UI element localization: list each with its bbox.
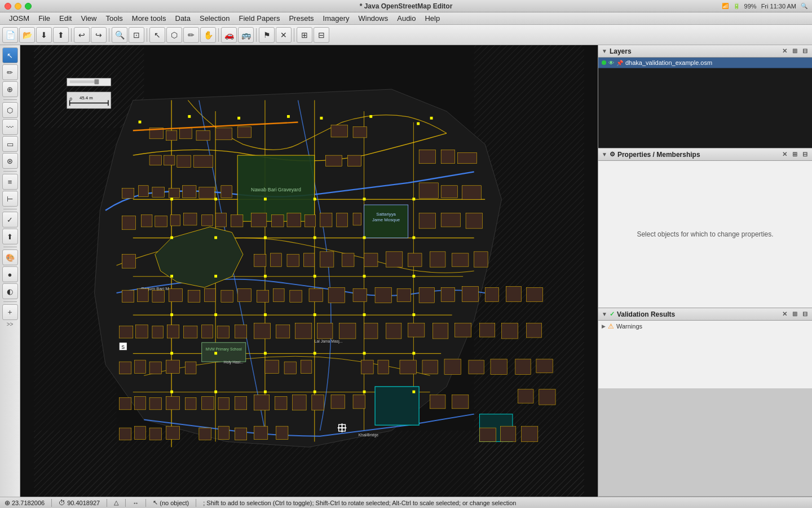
menu-field-papers[interactable]: Field Papers xyxy=(234,13,284,24)
flag1-button[interactable]: ⚑ xyxy=(259,27,275,43)
menu-audio[interactable]: Audio xyxy=(392,13,420,24)
validation-close-icon[interactable]: ✕ xyxy=(780,310,788,318)
properties-detach-icon[interactable]: ⊟ xyxy=(801,151,809,159)
bus-button[interactable]: 🚌 xyxy=(238,27,254,43)
layers-header-icons: ✕ ⊞ ⊟ xyxy=(780,47,809,55)
redo-button[interactable]: ↪ xyxy=(91,27,107,43)
search-icon[interactable]: 🔍 xyxy=(801,3,807,9)
status-sep-3 xyxy=(125,499,126,507)
svg-rect-41 xyxy=(152,187,164,198)
draw-mode-button[interactable]: ✏ xyxy=(2,64,18,80)
relation-tool-button[interactable]: ⊛ xyxy=(2,153,18,169)
tool2-button[interactable]: ⊟ xyxy=(314,27,329,43)
maximize-button[interactable] xyxy=(25,3,32,10)
paint-button-2[interactable]: ● xyxy=(2,266,18,282)
svg-rect-56 xyxy=(231,214,242,226)
properties-close-icon[interactable]: ✕ xyxy=(780,151,788,159)
svg-rect-200 xyxy=(264,352,267,354)
properties-attach-icon[interactable]: ⊞ xyxy=(791,151,798,159)
svg-rect-47 xyxy=(441,186,457,198)
draw-tool-button[interactable]: ✏ xyxy=(183,27,199,43)
layers-attach-icon[interactable]: ⊞ xyxy=(791,47,798,55)
menu-windows[interactable]: Windows xyxy=(354,13,392,24)
map-svg[interactable]: Nawab Bari Graveyard Sattariyya Jame Mos… xyxy=(20,45,598,497)
angle-icon: △ xyxy=(114,499,118,506)
menu-tools[interactable]: Tools xyxy=(101,13,127,24)
layer-add-button[interactable]: ＋ xyxy=(2,304,18,320)
svg-rect-172 xyxy=(501,426,516,441)
node-tool-button[interactable]: ⬡ xyxy=(2,102,18,118)
distribute-button[interactable]: ⊢ xyxy=(2,191,18,207)
svg-rect-141 xyxy=(536,359,553,373)
left-sep-5 xyxy=(3,301,17,302)
svg-rect-192 xyxy=(170,313,173,316)
menu-more-tools[interactable]: More tools xyxy=(127,13,171,24)
menu-data[interactable]: Data xyxy=(171,13,195,24)
tool1-button[interactable]: ⊞ xyxy=(297,27,312,43)
menu-view[interactable]: View xyxy=(76,13,101,24)
validation-detach-icon[interactable]: ⊟ xyxy=(801,310,809,318)
upload-osm-button[interactable]: ⬆ xyxy=(2,229,18,244)
validation-panel-title: Validation Results xyxy=(617,310,675,318)
menu-imagery[interactable]: Imagery xyxy=(319,13,354,24)
align-button[interactable]: ≡ xyxy=(2,174,18,190)
svg-rect-205 xyxy=(214,391,217,393)
menu-edit[interactable]: Edit xyxy=(55,13,76,24)
download-button[interactable]: ⬇ xyxy=(36,27,52,43)
svg-rect-38 xyxy=(457,152,476,164)
no-object-label: (no object) xyxy=(160,500,189,506)
close-btn[interactable]: ✕ xyxy=(276,27,292,43)
map-canvas[interactable]: Nawab Bari Graveyard Sattariyya Jame Mos… xyxy=(20,45,598,497)
statusbar: ⊕ 23.7182006 ⏱ 90.4018927 △ ↔ ↖ (no obje… xyxy=(0,497,812,508)
svg-rect-76 xyxy=(386,252,403,267)
svg-rect-145 xyxy=(135,396,146,409)
new-file-button[interactable]: 📄 xyxy=(2,27,18,43)
select-tool-button[interactable]: ↖ xyxy=(149,27,165,43)
layer-item[interactable]: 👁 📌 dhaka_validation_example.osm xyxy=(598,58,812,68)
paint-button-1[interactable]: 🎨 xyxy=(2,249,18,265)
properties-collapse-icon[interactable]: ▼ xyxy=(602,151,607,157)
open-file-button[interactable]: 📂 xyxy=(19,27,35,43)
distance-icon: ↔ xyxy=(133,500,139,506)
menu-file[interactable]: File xyxy=(34,13,55,24)
minimize-button[interactable] xyxy=(15,3,21,10)
undo-button[interactable]: ↩ xyxy=(74,27,90,43)
close-button[interactable] xyxy=(5,3,11,10)
zoom-ext-button[interactable]: ⊡ xyxy=(129,27,144,43)
zoom-window-button[interactable]: ⊕ xyxy=(2,81,18,97)
svg-rect-94 xyxy=(353,288,367,301)
layers-detach-icon[interactable]: ⊟ xyxy=(801,47,809,55)
left-sep-1 xyxy=(3,99,17,100)
svg-rect-231 xyxy=(95,79,99,84)
menu-presets[interactable]: Presets xyxy=(284,13,318,24)
svg-rect-50 xyxy=(141,214,152,226)
map-background: Nawab Bari Graveyard Sattariyya Jame Mos… xyxy=(20,45,598,497)
svg-rect-90 xyxy=(273,288,285,301)
car-button[interactable]: 🚗 xyxy=(221,27,237,43)
validation-attach-icon[interactable]: ⊞ xyxy=(791,310,798,318)
svg-rect-39 xyxy=(122,189,134,199)
layers-close-icon[interactable]: ✕ xyxy=(780,47,788,55)
lasso-tool-button[interactable]: ⬡ xyxy=(166,27,182,43)
pan-tool-button[interactable]: ✋ xyxy=(200,27,216,43)
menu-help[interactable]: Help xyxy=(420,13,444,24)
zoom-in-button[interactable]: 🔍 xyxy=(112,27,127,43)
menu-josm[interactable]: JOSM xyxy=(5,13,34,24)
validate-button[interactable]: ✓ xyxy=(2,212,18,227)
area-tool-button[interactable]: ▭ xyxy=(2,136,18,152)
layer-visibility-icon[interactable]: 👁 xyxy=(608,60,614,66)
menu-selection[interactable]: Selection xyxy=(195,13,234,24)
select-mode-button[interactable]: ↖ xyxy=(2,47,18,63)
upload-button[interactable]: ⬆ xyxy=(53,27,69,43)
svg-rect-78 xyxy=(430,252,445,267)
way-tool-button[interactable]: 〰 xyxy=(2,119,18,135)
paint-button-3[interactable]: ◐ xyxy=(2,283,18,299)
svg-rect-113 xyxy=(295,323,312,339)
svg-rect-75 xyxy=(364,253,378,266)
svg-rect-176 xyxy=(264,198,267,200)
left-toolbar-more[interactable]: >> xyxy=(7,321,14,327)
validation-panel: ▼ ✓ Validation Results ✕ ⊞ ⊟ ▶ ⚠ Warning… xyxy=(598,308,812,497)
validation-collapse-icon[interactable]: ▼ xyxy=(602,311,607,317)
validation-warnings-item[interactable]: ▶ ⚠ Warnings xyxy=(598,321,812,332)
layers-collapse-icon[interactable]: ▼ xyxy=(602,48,607,54)
